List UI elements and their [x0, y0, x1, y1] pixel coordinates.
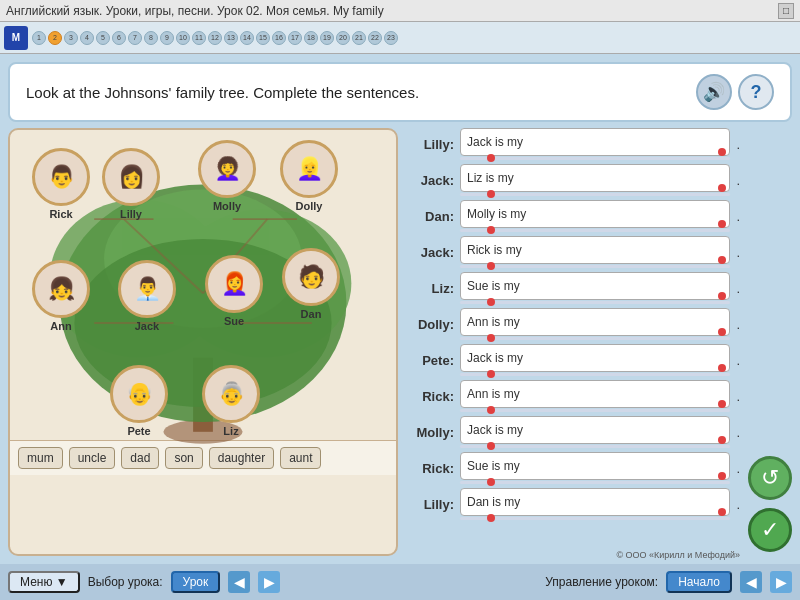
- slider-thumb-2[interactable]: [487, 226, 495, 234]
- exercise-input-8[interactable]: [460, 416, 730, 444]
- slider-thumb-6[interactable]: [487, 370, 495, 378]
- exercise-label-10: Lilly:: [406, 497, 454, 512]
- word-chip-aunt[interactable]: aunt: [280, 447, 321, 469]
- exercise-input-0[interactable]: [460, 128, 730, 156]
- exercise-input-wrap-5: [460, 308, 730, 340]
- slider-thumb-7[interactable]: [487, 406, 495, 414]
- slider-thumb-9[interactable]: [487, 478, 495, 486]
- nav-dot-11[interactable]: 11: [192, 31, 206, 45]
- slider-thumb-8[interactable]: [487, 442, 495, 450]
- nav-dot-16[interactable]: 16: [272, 31, 286, 45]
- lesson-button[interactable]: Урок: [171, 571, 221, 593]
- exercise-input-wrap-6: [460, 344, 730, 376]
- family-members: 👨 Rick 👩 Lilly 👩‍🦱 Molly 👱‍♀️ Dolly 👧 An…: [10, 130, 396, 440]
- person-label-liz: Liz: [223, 425, 238, 437]
- start-button[interactable]: Начало: [666, 571, 732, 593]
- nav-dot-21[interactable]: 21: [352, 31, 366, 45]
- exercise-label-2: Dan:: [406, 209, 454, 224]
- speaker-button[interactable]: 🔊: [696, 74, 732, 110]
- exercise-input-9[interactable]: [460, 452, 730, 480]
- exercise-input-6[interactable]: [460, 344, 730, 372]
- exercise-input-wrap-7: [460, 380, 730, 412]
- next-control-arrow[interactable]: ▶: [770, 571, 792, 593]
- person-circle-sue: 👩‍🦰: [205, 255, 263, 313]
- nav-dot-3[interactable]: 3: [64, 31, 78, 45]
- slider-thumb-1[interactable]: [487, 190, 495, 198]
- content-row: 👨 Rick 👩 Lilly 👩‍🦱 Molly 👱‍♀️ Dolly 👧 An…: [8, 128, 792, 556]
- nav-dot-6[interactable]: 6: [112, 31, 126, 45]
- exercise-input-3[interactable]: [460, 236, 730, 264]
- nav-dot-1[interactable]: 1: [32, 31, 46, 45]
- exercise-label-6: Pete:: [406, 353, 454, 368]
- nav-dot-17[interactable]: 17: [288, 31, 302, 45]
- slider-thumb-0[interactable]: [487, 154, 495, 162]
- word-chip-uncle[interactable]: uncle: [69, 447, 116, 469]
- person-dolly: 👱‍♀️ Dolly: [280, 140, 338, 212]
- exercise-input-5[interactable]: [460, 308, 730, 336]
- bottombar: Меню ▼ Выбор урока: Урок ◀ ▶ Управление …: [0, 564, 800, 600]
- control-label: Управление уроком:: [545, 575, 658, 589]
- nav-dot-23[interactable]: 23: [384, 31, 398, 45]
- exercise-period-3: .: [736, 245, 740, 260]
- exercise-input-4[interactable]: [460, 272, 730, 300]
- nav-dot-9[interactable]: 9: [160, 31, 174, 45]
- prev-lesson-arrow[interactable]: ◀: [228, 571, 250, 593]
- nav-dot-20[interactable]: 20: [336, 31, 350, 45]
- exercise-period-6: .: [736, 353, 740, 368]
- slider-track-1: [460, 193, 730, 196]
- word-chip-son[interactable]: son: [165, 447, 202, 469]
- person-molly: 👩‍🦱 Molly: [198, 140, 256, 212]
- copyright: © ООО «Кирилл и Мефодий»: [616, 550, 740, 560]
- word-chip-dad[interactable]: dad: [121, 447, 159, 469]
- exercise-input-wrap-9: [460, 452, 730, 484]
- right-buttons: ↺ ✓: [748, 128, 792, 556]
- nav-dot-18[interactable]: 18: [304, 31, 318, 45]
- exercise-row: Lilly: .: [406, 488, 740, 520]
- titlebar-close[interactable]: □: [778, 3, 794, 19]
- slider-thumb-10[interactable]: [487, 514, 495, 522]
- nav-dot-2[interactable]: 2: [48, 31, 62, 45]
- lesson-select-label: Выбор урока:: [88, 575, 163, 589]
- toolbar: M 1234567891011121314151617181920212223: [0, 22, 800, 54]
- slider-track-9: [460, 481, 730, 484]
- exercise-label-8: Molly:: [406, 425, 454, 440]
- nav-dot-8[interactable]: 8: [144, 31, 158, 45]
- nav-dot-22[interactable]: 22: [368, 31, 382, 45]
- menu-button[interactable]: Меню ▼: [8, 571, 80, 593]
- slider-track-0: [460, 157, 730, 160]
- person-jack: 👨‍💼 Jack: [118, 260, 176, 332]
- person-label-dan: Dan: [301, 308, 322, 320]
- titlebar: Английский язык. Уроки, игры, песни. Уро…: [0, 0, 800, 22]
- slider-thumb-3[interactable]: [487, 262, 495, 270]
- exercise-label-0: Lilly:: [406, 137, 454, 152]
- nav-dot-10[interactable]: 10: [176, 31, 190, 45]
- slider-thumb-5[interactable]: [487, 334, 495, 342]
- refresh-button[interactable]: ↺: [748, 456, 792, 500]
- nav-dot-12[interactable]: 12: [208, 31, 222, 45]
- next-lesson-arrow[interactable]: ▶: [258, 571, 280, 593]
- word-chip-daughter[interactable]: daughter: [209, 447, 274, 469]
- slider-thumb-4[interactable]: [487, 298, 495, 306]
- exercise-input-1[interactable]: [460, 164, 730, 192]
- slider-track-8: [460, 445, 730, 448]
- exercise-period-7: .: [736, 389, 740, 404]
- person-lilly: 👩 Lilly: [102, 148, 160, 220]
- nav-dot-7[interactable]: 7: [128, 31, 142, 45]
- exercise-input-wrap-3: [460, 236, 730, 268]
- help-button[interactable]: ?: [738, 74, 774, 110]
- nav-dot-14[interactable]: 14: [240, 31, 254, 45]
- exercise-input-7[interactable]: [460, 380, 730, 408]
- exercise-input-10[interactable]: [460, 488, 730, 516]
- person-circle-ann: 👧: [32, 260, 90, 318]
- person-label-rick: Rick: [49, 208, 72, 220]
- check-button[interactable]: ✓: [748, 508, 792, 552]
- exercise-input-2[interactable]: [460, 200, 730, 228]
- word-chip-mum[interactable]: mum: [18, 447, 63, 469]
- nav-dot-13[interactable]: 13: [224, 31, 238, 45]
- nav-dot-15[interactable]: 15: [256, 31, 270, 45]
- prev-control-arrow[interactable]: ◀: [740, 571, 762, 593]
- exercise-label-5: Dolly:: [406, 317, 454, 332]
- nav-dot-4[interactable]: 4: [80, 31, 94, 45]
- nav-dot-5[interactable]: 5: [96, 31, 110, 45]
- nav-dot-19[interactable]: 19: [320, 31, 334, 45]
